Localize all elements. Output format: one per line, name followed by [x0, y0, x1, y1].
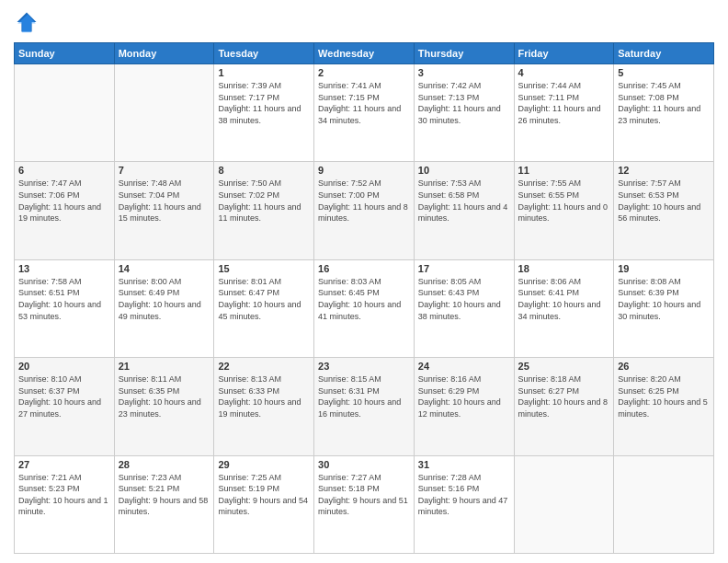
- day-number: 15: [218, 263, 310, 274]
- day-info: Sunrise: 7:50 AM Sunset: 7:02 PM Dayligh…: [218, 178, 310, 224]
- day-number: 9: [318, 165, 410, 176]
- day-number: 1: [218, 67, 310, 78]
- day-number: 16: [318, 263, 410, 274]
- day-cell: 16Sunrise: 8:03 AM Sunset: 6:45 PM Dayli…: [314, 259, 415, 357]
- weekday-header-saturday: Saturday: [614, 43, 714, 64]
- day-cell: 8Sunrise: 7:50 AM Sunset: 7:02 PM Daylig…: [214, 162, 314, 259]
- day-info: Sunrise: 7:42 AM Sunset: 7:13 PM Dayligh…: [418, 80, 510, 126]
- day-cell: 26Sunrise: 8:20 AM Sunset: 6:25 PM Dayli…: [614, 358, 714, 455]
- day-number: 13: [18, 263, 110, 274]
- day-info: Sunrise: 8:16 AM Sunset: 6:29 PM Dayligh…: [418, 373, 510, 419]
- day-info: Sunrise: 7:57 AM Sunset: 6:53 PM Dayligh…: [618, 178, 710, 224]
- day-number: 29: [218, 459, 310, 470]
- day-cell: 13Sunrise: 7:58 AM Sunset: 6:51 PM Dayli…: [15, 259, 115, 357]
- calendar-table: SundayMondayTuesdayWednesdayThursdayFrid…: [14, 42, 714, 554]
- week-row-4: 20Sunrise: 8:10 AM Sunset: 6:37 PM Dayli…: [15, 358, 714, 455]
- day-cell: [614, 455, 714, 553]
- day-cell: 6Sunrise: 7:47 AM Sunset: 7:06 PM Daylig…: [15, 162, 115, 259]
- day-number: 24: [418, 361, 510, 372]
- day-cell: 31Sunrise: 7:28 AM Sunset: 5:16 PM Dayli…: [414, 455, 514, 553]
- day-info: Sunrise: 7:55 AM Sunset: 6:55 PM Dayligh…: [518, 178, 610, 224]
- day-info: Sunrise: 7:21 AM Sunset: 5:23 PM Dayligh…: [18, 472, 110, 518]
- day-number: 10: [418, 165, 510, 176]
- day-number: 25: [518, 361, 610, 372]
- day-number: 4: [518, 67, 610, 78]
- day-info: Sunrise: 8:10 AM Sunset: 6:37 PM Dayligh…: [18, 373, 110, 419]
- logo-icon: [14, 9, 40, 35]
- day-cell: 28Sunrise: 7:23 AM Sunset: 5:21 PM Dayli…: [114, 455, 214, 553]
- day-cell: [114, 64, 214, 162]
- day-info: Sunrise: 7:58 AM Sunset: 6:51 PM Dayligh…: [18, 276, 110, 322]
- day-number: 7: [119, 165, 210, 176]
- day-info: Sunrise: 7:23 AM Sunset: 5:21 PM Dayligh…: [119, 472, 210, 518]
- day-info: Sunrise: 8:20 AM Sunset: 6:25 PM Dayligh…: [618, 373, 710, 419]
- day-number: 12: [618, 165, 710, 176]
- day-cell: 9Sunrise: 7:52 AM Sunset: 7:00 PM Daylig…: [314, 162, 415, 259]
- logo: [14, 9, 43, 35]
- day-cell: 29Sunrise: 7:25 AM Sunset: 5:19 PM Dayli…: [214, 455, 314, 553]
- day-info: Sunrise: 8:11 AM Sunset: 6:35 PM Dayligh…: [119, 373, 210, 419]
- week-row-5: 27Sunrise: 7:21 AM Sunset: 5:23 PM Dayli…: [15, 455, 714, 553]
- day-number: 28: [119, 459, 210, 470]
- day-number: 3: [418, 67, 510, 78]
- weekday-header-monday: Monday: [114, 43, 214, 64]
- day-cell: 21Sunrise: 8:11 AM Sunset: 6:35 PM Dayli…: [114, 358, 214, 455]
- day-cell: 20Sunrise: 8:10 AM Sunset: 6:37 PM Dayli…: [15, 358, 115, 455]
- day-number: 8: [218, 165, 310, 176]
- day-cell: 27Sunrise: 7:21 AM Sunset: 5:23 PM Dayli…: [15, 455, 115, 553]
- day-cell: 25Sunrise: 8:18 AM Sunset: 6:27 PM Dayli…: [514, 358, 614, 455]
- day-number: 20: [18, 361, 110, 372]
- day-cell: 10Sunrise: 7:53 AM Sunset: 6:58 PM Dayli…: [414, 162, 514, 259]
- weekday-header-tuesday: Tuesday: [214, 43, 314, 64]
- day-number: 11: [518, 165, 610, 176]
- day-cell: [15, 64, 115, 162]
- page: SundayMondayTuesdayWednesdayThursdayFrid…: [0, 0, 728, 563]
- day-info: Sunrise: 7:28 AM Sunset: 5:16 PM Dayligh…: [418, 472, 510, 518]
- day-info: Sunrise: 8:18 AM Sunset: 6:27 PM Dayligh…: [518, 373, 610, 419]
- day-cell: 19Sunrise: 8:08 AM Sunset: 6:39 PM Dayli…: [614, 259, 714, 357]
- day-number: 22: [218, 361, 310, 372]
- day-cell: 5Sunrise: 7:45 AM Sunset: 7:08 PM Daylig…: [614, 64, 714, 162]
- day-info: Sunrise: 8:01 AM Sunset: 6:47 PM Dayligh…: [218, 276, 310, 322]
- day-info: Sunrise: 7:25 AM Sunset: 5:19 PM Dayligh…: [218, 472, 310, 518]
- day-cell: 18Sunrise: 8:06 AM Sunset: 6:41 PM Dayli…: [514, 259, 614, 357]
- day-cell: 14Sunrise: 8:00 AM Sunset: 6:49 PM Dayli…: [114, 259, 214, 357]
- day-info: Sunrise: 7:39 AM Sunset: 7:17 PM Dayligh…: [218, 80, 310, 126]
- day-number: 21: [119, 361, 210, 372]
- header: [14, 9, 714, 35]
- day-cell: 30Sunrise: 7:27 AM Sunset: 5:18 PM Dayli…: [314, 455, 415, 553]
- day-info: Sunrise: 7:52 AM Sunset: 7:00 PM Dayligh…: [318, 178, 410, 224]
- day-number: 18: [518, 263, 610, 274]
- day-cell: 1Sunrise: 7:39 AM Sunset: 7:17 PM Daylig…: [214, 64, 314, 162]
- day-info: Sunrise: 8:08 AM Sunset: 6:39 PM Dayligh…: [618, 276, 710, 322]
- weekday-header-sunday: Sunday: [15, 43, 115, 64]
- day-info: Sunrise: 8:05 AM Sunset: 6:43 PM Dayligh…: [418, 276, 510, 322]
- day-number: 5: [618, 67, 710, 78]
- day-info: Sunrise: 8:15 AM Sunset: 6:31 PM Dayligh…: [318, 373, 410, 419]
- day-info: Sunrise: 7:44 AM Sunset: 7:11 PM Dayligh…: [518, 80, 610, 126]
- day-cell: 15Sunrise: 8:01 AM Sunset: 6:47 PM Dayli…: [214, 259, 314, 357]
- day-cell: 7Sunrise: 7:48 AM Sunset: 7:04 PM Daylig…: [114, 162, 214, 259]
- day-number: 19: [618, 263, 710, 274]
- day-info: Sunrise: 8:00 AM Sunset: 6:49 PM Dayligh…: [119, 276, 210, 322]
- week-row-1: 1Sunrise: 7:39 AM Sunset: 7:17 PM Daylig…: [15, 64, 714, 162]
- weekday-header-thursday: Thursday: [414, 43, 514, 64]
- day-info: Sunrise: 7:45 AM Sunset: 7:08 PM Dayligh…: [618, 80, 710, 126]
- weekday-header-friday: Friday: [514, 43, 614, 64]
- day-cell: 2Sunrise: 7:41 AM Sunset: 7:15 PM Daylig…: [314, 64, 415, 162]
- day-cell: 24Sunrise: 8:16 AM Sunset: 6:29 PM Dayli…: [414, 358, 514, 455]
- day-number: 26: [618, 361, 710, 372]
- weekday-header-row: SundayMondayTuesdayWednesdayThursdayFrid…: [15, 43, 714, 64]
- day-number: 14: [119, 263, 210, 274]
- day-cell: 3Sunrise: 7:42 AM Sunset: 7:13 PM Daylig…: [414, 64, 514, 162]
- day-info: Sunrise: 7:53 AM Sunset: 6:58 PM Dayligh…: [418, 178, 510, 224]
- day-info: Sunrise: 8:03 AM Sunset: 6:45 PM Dayligh…: [318, 276, 410, 322]
- day-cell: 17Sunrise: 8:05 AM Sunset: 6:43 PM Dayli…: [414, 259, 514, 357]
- day-number: 17: [418, 263, 510, 274]
- day-cell: 12Sunrise: 7:57 AM Sunset: 6:53 PM Dayli…: [614, 162, 714, 259]
- day-info: Sunrise: 7:48 AM Sunset: 7:04 PM Dayligh…: [119, 178, 210, 224]
- day-cell: 11Sunrise: 7:55 AM Sunset: 6:55 PM Dayli…: [514, 162, 614, 259]
- day-number: 31: [418, 459, 510, 470]
- week-row-3: 13Sunrise: 7:58 AM Sunset: 6:51 PM Dayli…: [15, 259, 714, 357]
- day-number: 27: [18, 459, 110, 470]
